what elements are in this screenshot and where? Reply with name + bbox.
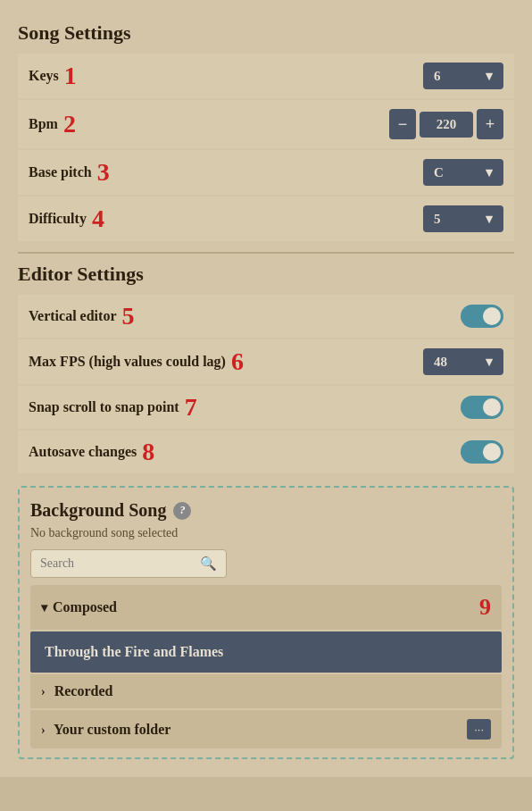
difficulty-value: 5 — [434, 212, 441, 227]
snap-scroll-step-number: 7 — [185, 395, 197, 420]
recorded-folder-label: Recorded — [54, 683, 113, 698]
recorded-folder-row[interactable]: › Recorded — [30, 674, 502, 708]
bpm-step-number: 2 — [63, 112, 76, 137]
editor-settings-title: Editor Settings — [18, 263, 514, 286]
search-icon: 🔍 — [200, 556, 217, 572]
vertical-editor-label-text: Vertical editor — [29, 308, 116, 324]
bpm-row: Bpm 2 − 220 + — [18, 100, 514, 148]
autosave-row: Autosave changes 8 — [18, 431, 514, 473]
max-fps-label: Max FPS (high values could lag) 6 — [29, 349, 244, 374]
recorded-chevron-right-icon: › — [41, 685, 46, 698]
custom-folder-left: › Your custom folder — [41, 722, 170, 738]
autosave-label: Autosave changes 8 — [29, 439, 154, 464]
bpm-label-text: Bpm — [29, 116, 58, 132]
custom-chevron-right-icon: › — [41, 723, 46, 737]
composed-folder-label: Composed — [53, 599, 117, 615]
search-input[interactable] — [40, 556, 200, 571]
vertical-editor-step-number: 5 — [121, 304, 134, 329]
keys-chevron-down-icon: ▾ — [486, 68, 493, 84]
max-fps-row: Max FPS (high values could lag) 6 48 ▾ — [18, 339, 514, 384]
difficulty-dropdown[interactable]: 5 ▾ — [423, 205, 503, 232]
composed-chevron-down-icon: ▾ — [41, 600, 47, 615]
base-pitch-row: Base pitch 3 C ▾ — [18, 150, 514, 195]
max-fps-chevron-down-icon: ▾ — [486, 354, 493, 370]
base-pitch-chevron-down-icon: ▾ — [486, 164, 493, 180]
no-song-selected-text: No background song selected — [30, 526, 502, 540]
composed-folder-row[interactable]: ▾ Composed 9 — [30, 585, 502, 630]
bpm-minus-button[interactable]: − — [389, 109, 416, 139]
difficulty-row: Difficulty 4 5 ▾ — [18, 196, 514, 241]
custom-folder-button[interactable]: ··· — [467, 719, 491, 740]
section-divider-1 — [18, 252, 514, 254]
song-list-container: ▾ Composed 9 Through the Fire and Flames… — [30, 585, 502, 748]
base-pitch-dropdown[interactable]: C ▾ — [423, 159, 503, 186]
autosave-step-number: 8 — [142, 439, 154, 464]
difficulty-step-number: 4 — [92, 206, 104, 231]
keys-dropdown[interactable]: 6 ▾ — [423, 63, 503, 89]
song-settings-title: Song Settings — [18, 21, 514, 45]
bpm-plus-button[interactable]: + — [477, 109, 503, 139]
difficulty-chevron-down-icon: ▾ — [486, 211, 493, 227]
keys-value: 6 — [434, 69, 441, 84]
snap-scroll-toggle[interactable] — [461, 396, 503, 419]
keys-row: Keys 1 6 ▾ — [18, 54, 514, 98]
custom-folder-label: Your custom folder — [54, 722, 170, 737]
bpm-control: − 220 + — [389, 109, 503, 139]
difficulty-label: Difficulty 4 — [29, 206, 104, 231]
song-list-item[interactable]: Through the Fire and Flames — [30, 631, 502, 673]
snap-scroll-row: Snap scroll to snap point 7 — [18, 386, 514, 429]
max-fps-value: 48 — [434, 355, 447, 370]
keys-label: Keys 1 — [29, 63, 77, 88]
snap-scroll-label: Snap scroll to snap point 7 — [29, 395, 197, 420]
autosave-label-text: Autosave changes — [29, 444, 137, 460]
background-song-title-text: Background Song — [30, 500, 166, 521]
base-pitch-step-number: 3 — [97, 160, 110, 185]
background-song-title-row: Background Song ? — [30, 500, 502, 521]
custom-folder-row[interactable]: › Your custom folder ··· — [30, 710, 502, 748]
vertical-editor-toggle[interactable] — [461, 305, 503, 328]
autosave-toggle[interactable] — [461, 440, 503, 464]
vertical-editor-label: Vertical editor 5 — [29, 304, 134, 329]
bpm-value: 220 — [420, 112, 473, 138]
max-fps-step-number: 6 — [231, 349, 244, 374]
keys-label-text: Keys — [29, 68, 59, 84]
keys-step-number: 1 — [64, 63, 77, 88]
composed-step-number: 9 — [479, 594, 491, 621]
base-pitch-value: C — [434, 165, 444, 180]
base-pitch-label: Base pitch 3 — [29, 160, 110, 185]
background-song-section: Background Song ? No background song sel… — [18, 486, 514, 759]
bpm-label: Bpm 2 — [29, 112, 76, 137]
max-fps-label-text: Max FPS (high values could lag) — [29, 354, 226, 370]
search-bar: 🔍 — [30, 549, 227, 578]
max-fps-dropdown[interactable]: 48 ▾ — [423, 348, 503, 375]
vertical-editor-row: Vertical editor 5 — [18, 295, 514, 338]
difficulty-label-text: Difficulty — [29, 211, 87, 227]
base-pitch-label-text: Base pitch — [29, 164, 92, 180]
help-icon[interactable]: ? — [173, 502, 191, 520]
snap-scroll-label-text: Snap scroll to snap point — [29, 399, 179, 415]
